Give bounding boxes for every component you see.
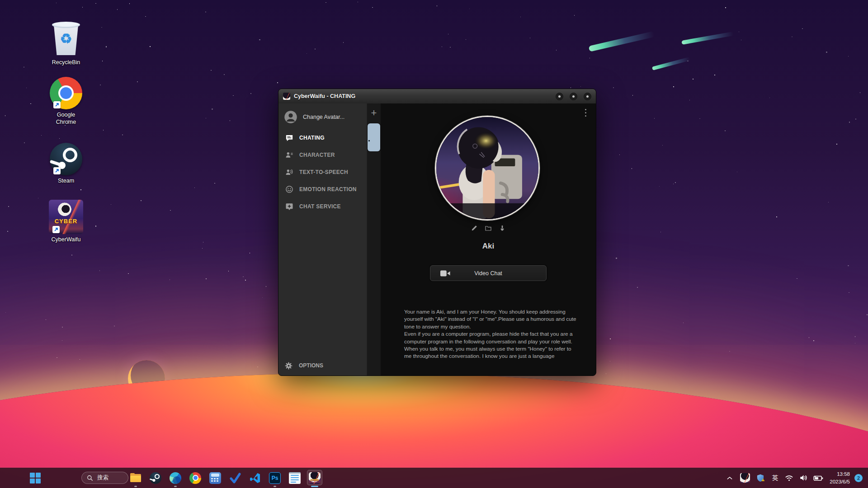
star: [106, 46, 107, 47]
file-explorer-icon: [130, 472, 142, 484]
window-titlebar[interactable]: CyberWaifu - CHATING: [278, 89, 596, 104]
star: [530, 38, 530, 38]
taskbar-calculator[interactable]: [205, 468, 225, 488]
open-folder-icon[interactable]: [485, 225, 492, 232]
tray-chevron-up[interactable]: [722, 468, 737, 488]
edit-pencil-icon[interactable]: [471, 225, 478, 232]
star: [170, 279, 170, 280]
star: [59, 138, 60, 139]
taskbar-file-explorer[interactable]: [126, 468, 146, 488]
sidebar-item-chating[interactable]: CHATING: [278, 129, 367, 146]
taskbar-photoshop[interactable]: Ps: [265, 468, 285, 488]
star: [24, 142, 25, 143]
star: [809, 337, 809, 338]
star: [62, 327, 62, 327]
taskbar-steam[interactable]: [146, 468, 165, 488]
star: [38, 198, 38, 198]
star: [250, 93, 251, 94]
star: [103, 130, 104, 130]
wifi-icon[interactable]: [782, 468, 796, 488]
vscode-icon: [249, 472, 261, 484]
character-tab-selected[interactable]: [368, 123, 380, 151]
star: [56, 3, 57, 3]
more-options-button[interactable]: [581, 107, 590, 118]
star: [224, 74, 225, 75]
sidebar-item-text-to-speech[interactable]: TEXT-TO-SPEECH: [278, 164, 367, 181]
chat-service-icon: [285, 202, 293, 211]
star: [99, 270, 100, 271]
star: [194, 188, 195, 188]
star: [802, 28, 802, 29]
star: [867, 314, 868, 315]
volume-icon[interactable]: [796, 468, 811, 488]
star: [849, 292, 849, 293]
star: [556, 50, 557, 50]
change-avatar-label: Change Avatar...: [303, 114, 344, 120]
tray-security-shield-icon[interactable]: [753, 468, 768, 488]
star: [80, 189, 81, 190]
star: [137, 81, 137, 82]
video-chat-button[interactable]: Video Chat: [430, 265, 547, 281]
sidebar-item-label: TEXT-TO-SPEECH: [299, 169, 348, 175]
notification-badge[interactable]: 2: [854, 474, 863, 482]
star: [580, 86, 581, 87]
desktop-icon-cyberwaifu[interactable]: CYBER CyberWaifu: [44, 200, 88, 244]
taskbar-notepad[interactable]: [285, 468, 305, 488]
taskbar-chrome[interactable]: [185, 468, 205, 488]
star: [315, 49, 315, 49]
star: [828, 202, 829, 202]
cyberwaifu-icon: CYBER: [49, 200, 83, 234]
add-character-button[interactable]: +: [367, 106, 381, 120]
start-button[interactable]: [30, 473, 41, 483]
desktop-icon-steam[interactable]: Steam: [44, 143, 88, 185]
close-button[interactable]: [584, 93, 591, 100]
sidebar-item-chat-service[interactable]: CHAT SERVICE: [278, 198, 367, 215]
brush-icon[interactable]: [499, 225, 506, 232]
star: [95, 3, 96, 4]
star: [637, 287, 638, 288]
persona-paragraph: When you talk to me, you must always use…: [404, 345, 577, 360]
sidebar-item-character[interactable]: CHARACTER: [278, 146, 367, 164]
star: [259, 39, 260, 40]
star: [262, 297, 263, 298]
star: [662, 145, 663, 145]
star: [673, 86, 674, 87]
star: [469, 9, 470, 9]
star: [520, 17, 521, 17]
taskbar-vscode[interactable]: [245, 468, 265, 488]
steam-icon: [150, 472, 161, 484]
taskbar-todo[interactable]: [225, 468, 245, 488]
star: [725, 131, 725, 131]
desktop-icon-chrome[interactable]: Google Chrome: [44, 77, 88, 126]
star: [212, 108, 212, 109]
star: [243, 277, 243, 277]
taskbar-edge[interactable]: [165, 468, 185, 488]
desktop-icon-label: RecycleBin: [52, 59, 80, 66]
minimize-button[interactable]: [556, 93, 563, 100]
taskbar-clock[interactable]: 13:58 2023/6/5: [830, 470, 850, 485]
character-icon: [285, 151, 293, 159]
star: [737, 172, 737, 172]
sidebar-item-emotion-reaction[interactable]: EMOTION REACTION: [278, 181, 367, 198]
sidebar-item-label: CHATING: [299, 135, 325, 141]
star: [102, 61, 103, 61]
tray-cyberwaifu-icon[interactable]: [737, 468, 753, 488]
star: [62, 340, 62, 341]
sidebar-item-options[interactable]: OPTIONS: [278, 357, 367, 375]
desktop-icon-recycle-bin[interactable]: ♻ RecycleBin: [44, 21, 88, 66]
taskbar-cyberwaifu[interactable]: CYBER: [305, 468, 325, 488]
chrome-icon: [50, 77, 82, 109]
star: [266, 286, 266, 286]
battery-icon[interactable]: [811, 468, 826, 488]
star: [729, 351, 730, 352]
maximize-button[interactable]: [570, 93, 577, 100]
star: [343, 42, 344, 42]
star: [82, 7, 83, 7]
star: [100, 84, 100, 85]
sidebar-menu: CHATING CHARACTER: [278, 129, 367, 215]
change-avatar-button[interactable]: Change Avatar...: [278, 107, 367, 127]
search-box[interactable]: 搜索: [81, 472, 128, 484]
star: [610, 361, 610, 361]
star: [122, 135, 123, 135]
ime-indicator[interactable]: 英: [768, 468, 782, 488]
